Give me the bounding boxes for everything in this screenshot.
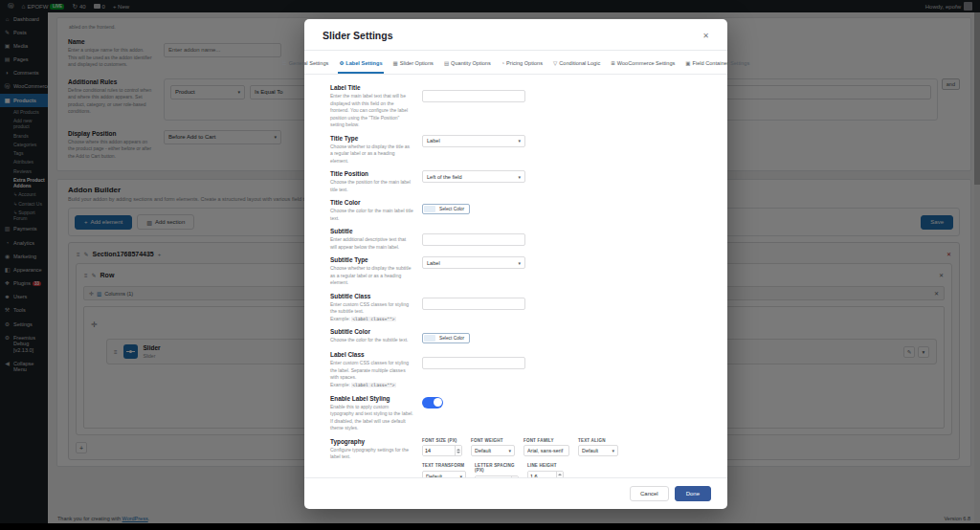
chevron-down-icon: ▾	[518, 174, 521, 180]
font-weight-select[interactable]: Default▾	[471, 445, 515, 456]
modal-header: Slider Settings ✕	[304, 19, 727, 51]
title-color-row: Title ColorChoose the color for the main…	[330, 199, 708, 222]
modal-footer: Cancel Done	[304, 477, 727, 509]
tab-pricing-options[interactable]: ◔Pricing Options	[501, 57, 544, 74]
color-swatch	[424, 335, 435, 342]
typography-row: TypographyConfigure typography settings …	[330, 438, 708, 477]
bottom-bar	[0, 523, 980, 530]
chevron-down-icon: ▾	[518, 260, 521, 266]
tab-woocommerce-settings[interactable]: ⊞WooCommerce Settings	[610, 57, 676, 74]
tab-conditional-logic[interactable]: ▽Conditional Logic	[552, 57, 601, 74]
tab-field-container-settings[interactable]: ▣Field Container Settings	[684, 57, 750, 74]
tab-general-settings[interactable]: ☰General Settings	[281, 57, 330, 74]
funnel-icon: ▽	[553, 60, 557, 66]
tab-quantity-options[interactable]: ▤Quantity Options	[443, 57, 492, 74]
title-position-row: Title PositionChoose the position for th…	[330, 170, 708, 193]
title-color-picker-button[interactable]: Select Color	[422, 204, 470, 214]
title-type-row: Title TypeChoose whether to display the …	[330, 135, 708, 166]
done-button[interactable]: Done	[675, 486, 711, 501]
gear-icon: ⚙	[339, 60, 344, 66]
subtitle-type-select[interactable]: Label▾	[422, 256, 525, 269]
pricing-options-icon: ◔	[501, 60, 504, 66]
cancel-button[interactable]: Cancel	[630, 486, 669, 501]
subtitle-class-row: Subtitle Class Enter custom CSS classes …	[330, 293, 708, 323]
modal-body: Label TitleEnter the main label text tha…	[304, 75, 727, 477]
subtitle-color-row: Subtitle ColorChoose the color for the s…	[330, 328, 708, 345]
chevron-down-icon: ▾	[612, 448, 614, 453]
general-settings-icon: ☰	[282, 60, 287, 66]
chevron-down-icon: ▾	[508, 448, 511, 453]
label-class-row: Label Class Enter custom CSS classes for…	[330, 351, 708, 388]
enable-label-styling-row: Enable Label StylingEnable this to apply…	[330, 395, 708, 432]
title-position-select[interactable]: Left of the field▾	[422, 170, 525, 183]
subtitle-row: SubtitleEnter additional descriptive tex…	[330, 228, 708, 251]
container-icon: ▣	[685, 60, 690, 66]
tab-label-settings[interactable]: ⚙Label Settings	[338, 57, 383, 74]
font-family-input[interactable]	[523, 445, 569, 456]
slider-settings-modal: Slider Settings ✕ ☰General Settings ⚙Lab…	[304, 19, 727, 509]
label-title-input[interactable]	[422, 90, 525, 102]
label-title-row: Label TitleEnter the main label text tha…	[330, 84, 708, 129]
modal-tabs: ☰General Settings ⚙Label Settings ▦Slide…	[304, 51, 727, 75]
cart-icon: ⊞	[611, 60, 615, 66]
font-size-input[interactable]	[422, 445, 462, 456]
quantity-options-icon: ▤	[444, 60, 449, 66]
color-swatch	[424, 206, 435, 213]
tab-slider-options[interactable]: ▦Slider Options	[392, 57, 434, 74]
title-type-select[interactable]: Label▾	[422, 135, 525, 147]
number-spinner[interactable]	[455, 446, 461, 455]
slider-options-icon: ▦	[393, 60, 398, 66]
subtitle-input[interactable]	[422, 233, 525, 246]
label-class-input[interactable]	[422, 357, 525, 369]
typography-grid: FONT SIZE (PX) FONT WEIGHT Default▾ FONT…	[422, 438, 618, 477]
subtitle-type-row: Subtitle TypeChoose whether to display t…	[330, 256, 708, 287]
text-align-select[interactable]: Default▾	[578, 445, 618, 456]
close-icon[interactable]: ✕	[702, 32, 709, 40]
text-transform-select[interactable]: Default▾	[422, 471, 466, 477]
enable-label-styling-toggle[interactable]	[422, 397, 443, 409]
modal-title: Slider Settings	[323, 30, 393, 41]
chevron-down-icon: ▾	[518, 138, 521, 144]
line-height-input[interactable]	[527, 471, 564, 477]
subtitle-color-picker-button[interactable]: Select Color	[422, 333, 470, 343]
subtitle-class-input[interactable]	[422, 298, 525, 310]
